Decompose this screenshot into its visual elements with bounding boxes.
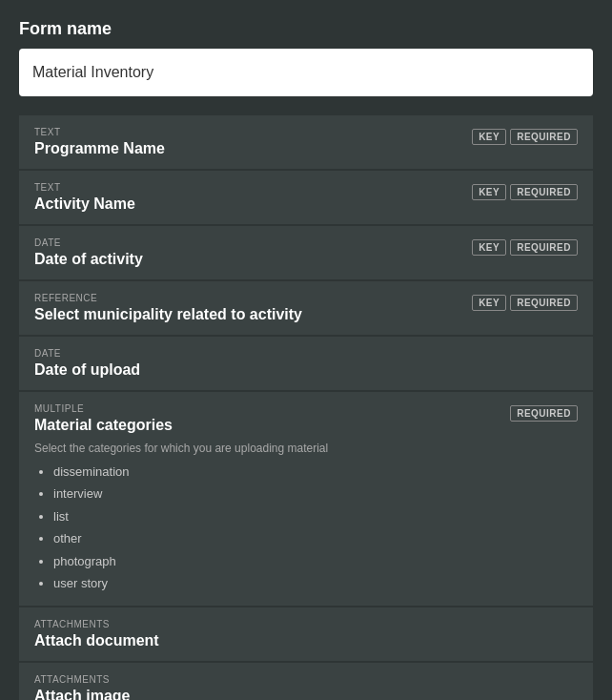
field-row-attach-image: ATTACHMENTS Attach image [19,663,593,700]
field-row-municipality: REFERENCE Select municipality related to… [19,281,593,335]
required-badge-municipality: REQUIRED [510,295,578,311]
field-name-activity: Activity Name [34,196,135,213]
field-type-activity: TEXT [34,182,135,193]
field-row-date-upload: DATE Date of upload [19,337,593,390]
field-name-date-upload: Date of upload [34,361,140,379]
key-badge-municipality: KEY [472,295,506,311]
field-name-date-activity: Date of activity [34,251,143,268]
form-name-input[interactable] [19,49,593,96]
field-type-date-upload: DATE [34,348,140,359]
list-item: other [53,527,130,549]
categories-list: dissemination interview list other photo… [34,461,130,594]
required-badge-programme: REQUIRED [510,129,578,145]
list-item: list [53,505,130,527]
list-item: photograph [53,550,130,572]
field-row-date-activity: DATE Date of activity KEY REQUIRED [19,226,593,279]
field-type-categories: MULTIPLE [34,403,173,414]
list-item: user story [53,572,130,594]
field-type-attach-img: ATTACHMENTS [34,674,130,685]
key-badge-date-activity: KEY [472,239,506,256]
field-type-programme: TEXT [34,127,165,137]
list-item: dissemination [53,461,130,483]
field-row-material-categories: MULTIPLE Material categories REQUIRED Se… [19,392,593,606]
form-name-label: Form name [19,19,593,39]
required-badge-categories: REQUIRED [510,405,578,422]
field-name-attach-img: Attach image [34,688,130,700]
field-type-attach-doc: ATTACHMENTS [34,619,159,629]
field-row-attach-document: ATTACHMENTS Attach document [19,607,593,661]
field-row-activity-name: TEXT Activity Name KEY REQUIRED [19,171,593,224]
fields-container: TEXT Programme Name KEY REQUIRED TEXT Ac… [19,115,593,700]
field-row-programme-name: TEXT Programme Name KEY REQUIRED [19,115,593,169]
field-name-municipality: Select municipality related to activity [34,306,302,323]
field-name-categories: Material categories [34,417,173,434]
field-type-municipality: REFERENCE [34,293,302,303]
field-name-programme: Programme Name [34,140,165,157]
key-badge-activity: KEY [472,184,506,200]
field-description-categories: Select the categories for which you are … [34,442,328,455]
key-badge-programme: KEY [472,129,506,145]
required-badge-activity: REQUIRED [510,184,578,200]
field-name-attach-doc: Attach document [34,632,159,649]
list-item: interview [53,483,130,504]
required-badge-date-activity: REQUIRED [510,239,578,256]
field-type-date-activity: DATE [34,237,143,248]
